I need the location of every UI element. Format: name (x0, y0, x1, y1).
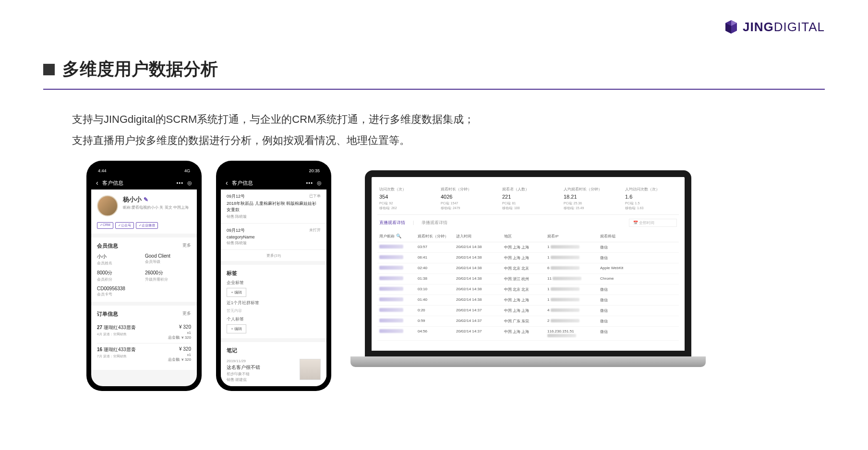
activity-item[interactable]: 09月12号未打开categoryName销售:陈晓璇 (221, 224, 326, 250)
follow-info: 关 英文 中国上海 (159, 205, 188, 210)
tags-section: 标签 企业标签 + 编辑 近1个月社群标签 暂无内容 个人标签 + 编辑 (221, 265, 326, 338)
info-item: Good Client会员等级 (145, 253, 191, 266)
note-image (300, 359, 321, 380)
date-filter[interactable]: 📅 全部时间 (629, 219, 677, 227)
title-row: 多维度用户数据分析 (43, 58, 825, 81)
stat-card: 观看时长（分钟）4026PC端: 1547移动端: 2479 (441, 187, 493, 211)
table-row[interactable]: 04:5620/02/14 14:37中国 上海 上海116.230.151.5… (377, 327, 679, 341)
table-row[interactable]: 02:4020/02/14 14:38中国 北京 北京6 Apple WebKi… (377, 263, 679, 274)
section-title: 笔记 (227, 347, 321, 354)
status-time: 4:44 (98, 168, 107, 173)
note-author: 销售:谢建侃 (227, 377, 296, 382)
section-title: 会员信息 (97, 242, 118, 249)
table-row[interactable]: 0:5920/02/14 14:37中国 广东 东莞2 微信 (377, 316, 679, 327)
edit-tags-button[interactable]: + 编辑 (227, 324, 246, 333)
nav-bar: ‹客户信息•••◎ (91, 176, 197, 189)
desc-line-1: 支持与JINGdigital的SCRM系统打通，与企业的CRM系统打通，进行多维… (72, 109, 825, 130)
note-sub: 初步印象不错 (227, 371, 296, 377)
phone-notch (122, 161, 166, 169)
nav-bar: ‹客户信息•••◎ (221, 176, 326, 189)
info-item: 8000分会员积分 (97, 270, 143, 282)
phone-notch (252, 161, 295, 169)
page-title: 多维度用户数据分析 (62, 58, 218, 81)
edit-tags-button[interactable]: + 编辑 (227, 288, 246, 297)
back-icon[interactable]: ‹ (96, 179, 98, 187)
source-tag: ✓CRM (97, 222, 113, 229)
phone-2: 20:35 ‹客户信息•••◎ 09月12号已下单2018年秋新品 儿童棉麻衬衫… (216, 161, 331, 391)
col-header: 观看时长（分钟） (418, 234, 456, 239)
logo-icon (723, 19, 739, 35)
title-bullet-icon (43, 64, 55, 75)
month-tags-label: 近1个月社群标签 (227, 300, 321, 306)
laptop-base (350, 356, 706, 367)
desc-line-2: 支持直播用户按多维度的数据进行分析，例如按观看情况、地理位置等。 (72, 130, 825, 151)
corp-tags-label: 企业标签 (227, 280, 321, 286)
phone-mockups: 4:444G ‹客户信息•••◎ 杨小小✎ 昵称:爱看电视的小小 关 英文 中国… (86, 161, 331, 391)
target-icon[interactable]: ◎ (187, 180, 192, 186)
table-header: 用户昵称🔍观看时长（分钟）进入时间地区观看IP观看终端 (377, 231, 679, 242)
section-title: 标签 (227, 270, 321, 277)
member-section: 会员信息更多 小小会员姓名Good Client会员等级8000分会员积分260… (91, 237, 197, 302)
more-link[interactable]: 更多 (182, 242, 191, 249)
data-table: 用户昵称🔍观看时长（分钟）进入时间地区观看IP观看终端 03:5720/02/1… (377, 231, 679, 341)
stat-card: 观看者（人数）221PC端: 81移动端: 100 (502, 187, 554, 211)
table-row[interactable]: 03:5720/02/14 14:38中国 上海 上海1 微信 (377, 242, 679, 253)
tabs-row: 直播观看详情 | 录播观看详情 📅 全部时间 (377, 215, 679, 231)
stat-card: 人均观看时长（分钟）18.21PC端: 25.36移动端: 15.49 (564, 187, 615, 211)
table-row[interactable]: 06:4120/02/14 14:38中国 上海 上海1 微信 (377, 253, 679, 263)
avatar (97, 195, 118, 216)
stat-card: 人均访问次数（次）1.6PC端: 1.5移动端: 1.63 (625, 187, 677, 211)
customer-name: 杨小小 (123, 195, 142, 204)
table-row[interactable]: 01:4020/02/14 14:38中国 上海 上海1 微信 (377, 295, 679, 306)
nickname: 昵称:爱看电视的小小 (123, 205, 158, 210)
table-row[interactable]: 01:3820/02/14 14:38中国 浙江 杭州11 Chrome (377, 274, 679, 284)
table-row[interactable]: 0:2020/02/14 14:37中国 上海 上海4 微信 (377, 306, 679, 316)
source-tag: ✓企业微信 (136, 222, 158, 229)
content-row: 4:444G ‹客户信息•••◎ 杨小小✎ 昵称:爱看电视的小小 关 英文 中国… (86, 161, 825, 391)
stat-card: 访问次数（次）354PC端: 92移动端: 262 (379, 187, 431, 211)
order-row[interactable]: 27 珊瑚红433唇膏4月 渠道：官网销售¥ 320x1总金额: ¥ 320 (97, 321, 191, 343)
filter-label: 全部时间 (639, 221, 654, 225)
phone-1: 4:444G ‹客户信息•••◎ 杨小小✎ 昵称:爱看电视的小小 关 英文 中国… (86, 161, 202, 391)
more-link[interactable]: 更多 (182, 310, 191, 318)
table-row[interactable]: 03:1020/02/14 14:38中国 北京 北京1 微信 (377, 284, 679, 295)
order-row[interactable]: 16 珊瑚红433唇膏7月 渠道：官网销售¥ 320x1总金额: ¥ 320 (97, 343, 191, 365)
divider (43, 89, 825, 90)
brand-logo: JINGDIGITAL (723, 19, 825, 35)
col-header: 地区 (504, 234, 547, 239)
customer-header: 杨小小✎ 昵称:爱看电视的小小 关 英文 中国上海 (91, 189, 197, 222)
nav-title: 客户信息 (102, 179, 123, 187)
status-signal: 4G (184, 168, 190, 173)
info-item: 小小会员姓名 (97, 253, 143, 266)
source-tag: ✓公众号 (115, 222, 134, 229)
more-items-link[interactable]: 更多(19) (221, 250, 326, 261)
menu-icon[interactable]: ••• (306, 180, 313, 186)
section-title: 订单信息 (97, 310, 118, 318)
personal-tags-label: 个人标签 (227, 316, 321, 322)
status-time: 20:35 (309, 168, 320, 173)
logo-bold: JING (743, 20, 774, 34)
tab-live[interactable]: 直播观看详情 (379, 220, 405, 226)
dashboard-screen: 访问次数（次）354PC端: 92移动端: 262观看时长（分钟）4026PC端… (365, 170, 691, 357)
stats-row: 访问次数（次）354PC端: 92移动端: 262观看时长（分钟）4026PC端… (377, 183, 679, 215)
nav-title: 客户信息 (232, 179, 253, 187)
note-section-head: 笔记 (221, 342, 326, 359)
menu-icon[interactable]: ••• (176, 180, 183, 186)
col-header: 观看IP (547, 234, 600, 239)
edit-icon[interactable]: ✎ (144, 196, 148, 203)
info-item: 26000分升级所需积分 (145, 270, 191, 282)
note-item[interactable]: 2019/11/29 这名客户很不错 初步印象不错 销售:谢建侃 (221, 359, 326, 386)
activity-item[interactable]: 09月12号已下单2018年秋新品 儿童棉麻衬衫秋 韩版棉麻娃娃衫女童款销售:陈… (221, 189, 326, 224)
logo-light: DIGITAL (774, 20, 825, 34)
empty-text: 暂无内容 (227, 308, 321, 313)
back-icon[interactable]: ‹ (226, 179, 228, 187)
col-header: 进入时间 (456, 234, 504, 239)
note-title: 这名客户很不错 (227, 364, 296, 371)
target-icon[interactable]: ◎ (317, 180, 322, 186)
col-header: 观看终端 (600, 234, 629, 239)
note-date: 2019/11/29 (227, 359, 296, 363)
col-header: 用户昵称🔍 (379, 234, 418, 239)
info-item: CD00956338会员卡号 (97, 286, 143, 297)
tab-replay[interactable]: 录播观看详情 (422, 220, 447, 226)
laptop-mockup: 访问次数（次）354PC端: 92移动端: 262观看时长（分钟）4026PC端… (350, 170, 706, 377)
